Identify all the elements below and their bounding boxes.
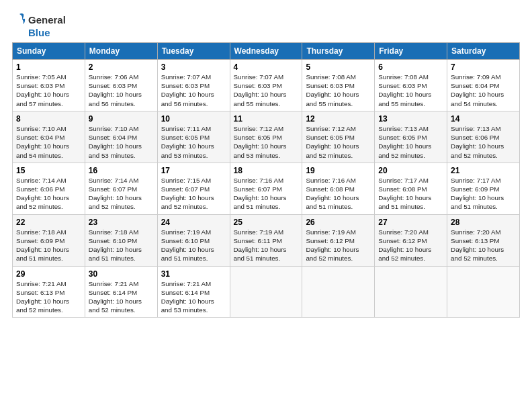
calendar-cell: 15 Sunrise: 7:14 AMSunset: 6:06 PMDaylig… xyxy=(13,163,85,214)
calendar-week-row: 15 Sunrise: 7:14 AMSunset: 6:06 PMDaylig… xyxy=(13,163,520,214)
calendar-cell: 28 Sunrise: 7:20 AMSunset: 6:13 PMDaylig… xyxy=(447,214,520,266)
day-number: 10 xyxy=(161,114,226,124)
day-number: 2 xyxy=(89,62,154,72)
calendar-cell: 29 Sunrise: 7:21 AMSunset: 6:13 PMDaylig… xyxy=(13,266,85,318)
logo-general: General xyxy=(28,14,66,26)
logo: General Blue xyxy=(12,12,66,38)
day-detail: Sunrise: 7:20 AMSunset: 6:12 PMDaylight:… xyxy=(378,228,431,263)
day-number: 15 xyxy=(16,166,81,175)
day-detail: Sunrise: 7:19 AMSunset: 6:12 PMDaylight:… xyxy=(306,228,359,263)
day-number: 31 xyxy=(161,269,226,279)
calendar-cell xyxy=(447,266,520,318)
calendar-cell: 12 Sunrise: 7:12 AMSunset: 6:05 PMDaylig… xyxy=(302,111,375,163)
calendar-day-header: Sunday xyxy=(13,43,85,60)
day-number: 6 xyxy=(378,62,443,72)
calendar-cell: 17 Sunrise: 7:15 AMSunset: 6:07 PMDaylig… xyxy=(157,163,230,214)
day-number: 29 xyxy=(16,269,81,279)
calendar-cell: 6 Sunrise: 7:08 AMSunset: 6:03 PMDayligh… xyxy=(375,60,447,111)
calendar-cell: 3 Sunrise: 7:07 AMSunset: 6:03 PMDayligh… xyxy=(157,60,230,111)
day-number: 26 xyxy=(306,218,371,227)
calendar-day-header: Monday xyxy=(85,43,157,60)
header: General Blue xyxy=(12,12,520,38)
calendar-table: SundayMondayTuesdayWednesdayThursdayFrid… xyxy=(12,42,520,318)
day-number: 23 xyxy=(89,218,154,227)
day-number: 21 xyxy=(451,166,516,175)
day-detail: Sunrise: 7:19 AMSunset: 6:11 PMDaylight:… xyxy=(234,228,287,263)
calendar-cell: 19 Sunrise: 7:16 AMSunset: 6:08 PMDaylig… xyxy=(302,163,375,214)
calendar-header-row: SundayMondayTuesdayWednesdayThursdayFrid… xyxy=(13,43,520,60)
day-number: 5 xyxy=(306,62,371,72)
day-number: 4 xyxy=(234,62,299,72)
calendar-cell: 4 Sunrise: 7:07 AMSunset: 6:03 PMDayligh… xyxy=(230,60,302,111)
calendar-cell: 11 Sunrise: 7:12 AMSunset: 6:05 PMDaylig… xyxy=(230,111,302,163)
calendar-day-header: Friday xyxy=(375,43,447,60)
day-detail: Sunrise: 7:21 AMSunset: 6:14 PMDaylight:… xyxy=(161,280,214,314)
day-detail: Sunrise: 7:18 AMSunset: 6:10 PMDaylight:… xyxy=(89,228,142,263)
day-detail: Sunrise: 7:14 AMSunset: 6:06 PMDaylight:… xyxy=(16,177,69,211)
calendar-cell: 8 Sunrise: 7:10 AMSunset: 6:04 PMDayligh… xyxy=(13,111,85,163)
calendar-cell: 7 Sunrise: 7:09 AMSunset: 6:04 PMDayligh… xyxy=(447,60,520,111)
day-detail: Sunrise: 7:08 AMSunset: 6:03 PMDaylight:… xyxy=(306,73,359,107)
day-detail: Sunrise: 7:07 AMSunset: 6:03 PMDaylight:… xyxy=(234,73,287,107)
day-number: 17 xyxy=(161,166,226,175)
page-container: General Blue SundayMondayTuesdayWednesda… xyxy=(0,0,532,324)
day-detail: Sunrise: 7:17 AMSunset: 6:08 PMDaylight:… xyxy=(378,177,431,211)
day-number: 27 xyxy=(378,218,443,227)
calendar-cell: 5 Sunrise: 7:08 AMSunset: 6:03 PMDayligh… xyxy=(302,60,375,111)
day-number: 20 xyxy=(378,166,443,175)
day-detail: Sunrise: 7:17 AMSunset: 6:09 PMDaylight:… xyxy=(451,177,504,211)
calendar-cell: 24 Sunrise: 7:19 AMSunset: 6:10 PMDaylig… xyxy=(157,214,230,266)
day-number: 9 xyxy=(89,114,154,124)
calendar-day-header: Tuesday xyxy=(157,43,230,60)
day-detail: Sunrise: 7:11 AMSunset: 6:05 PMDaylight:… xyxy=(161,125,214,159)
calendar-cell xyxy=(230,266,302,318)
calendar-cell: 14 Sunrise: 7:13 AMSunset: 6:06 PMDaylig… xyxy=(447,111,520,163)
day-detail: Sunrise: 7:07 AMSunset: 6:03 PMDaylight:… xyxy=(161,73,214,107)
logo-blue: Blue xyxy=(28,27,50,38)
calendar-cell: 23 Sunrise: 7:18 AMSunset: 6:10 PMDaylig… xyxy=(85,214,157,266)
day-number: 8 xyxy=(16,114,81,124)
day-detail: Sunrise: 7:16 AMSunset: 6:07 PMDaylight:… xyxy=(234,177,287,211)
calendar-cell: 25 Sunrise: 7:19 AMSunset: 6:11 PMDaylig… xyxy=(230,214,302,266)
calendar-week-row: 22 Sunrise: 7:18 AMSunset: 6:09 PMDaylig… xyxy=(13,214,520,266)
day-number: 28 xyxy=(451,218,516,227)
day-number: 24 xyxy=(161,218,226,227)
day-number: 25 xyxy=(234,218,299,227)
calendar-cell xyxy=(375,266,447,318)
day-number: 13 xyxy=(378,114,443,124)
day-detail: Sunrise: 7:14 AMSunset: 6:07 PMDaylight:… xyxy=(89,177,142,211)
calendar-cell: 9 Sunrise: 7:10 AMSunset: 6:04 PMDayligh… xyxy=(85,111,157,163)
day-detail: Sunrise: 7:16 AMSunset: 6:08 PMDaylight:… xyxy=(306,177,359,211)
day-detail: Sunrise: 7:10 AMSunset: 6:04 PMDaylight:… xyxy=(89,125,142,159)
calendar-cell: 26 Sunrise: 7:19 AMSunset: 6:12 PMDaylig… xyxy=(302,214,375,266)
calendar-cell: 18 Sunrise: 7:16 AMSunset: 6:07 PMDaylig… xyxy=(230,163,302,214)
calendar-cell: 10 Sunrise: 7:11 AMSunset: 6:05 PMDaylig… xyxy=(157,111,230,163)
calendar-cell: 30 Sunrise: 7:21 AMSunset: 6:14 PMDaylig… xyxy=(85,266,157,318)
day-number: 3 xyxy=(161,62,226,72)
calendar-day-header: Wednesday xyxy=(230,43,302,60)
day-detail: Sunrise: 7:08 AMSunset: 6:03 PMDaylight:… xyxy=(378,73,431,107)
calendar-cell: 31 Sunrise: 7:21 AMSunset: 6:14 PMDaylig… xyxy=(157,266,230,318)
day-number: 18 xyxy=(234,166,299,175)
day-number: 22 xyxy=(16,218,81,227)
day-number: 7 xyxy=(451,62,516,72)
calendar-week-row: 1 Sunrise: 7:05 AMSunset: 6:03 PMDayligh… xyxy=(13,60,520,111)
calendar-cell: 27 Sunrise: 7:20 AMSunset: 6:12 PMDaylig… xyxy=(375,214,447,266)
day-number: 19 xyxy=(306,166,371,175)
calendar-week-row: 29 Sunrise: 7:21 AMSunset: 6:13 PMDaylig… xyxy=(13,266,520,318)
day-detail: Sunrise: 7:12 AMSunset: 6:05 PMDaylight:… xyxy=(306,125,359,159)
logo-text: General Blue xyxy=(12,12,66,38)
calendar-cell: 20 Sunrise: 7:17 AMSunset: 6:08 PMDaylig… xyxy=(375,163,447,214)
day-number: 11 xyxy=(234,114,299,124)
calendar-cell: 2 Sunrise: 7:06 AMSunset: 6:03 PMDayligh… xyxy=(85,60,157,111)
calendar-cell: 13 Sunrise: 7:13 AMSunset: 6:05 PMDaylig… xyxy=(375,111,447,163)
calendar-cell: 22 Sunrise: 7:18 AMSunset: 6:09 PMDaylig… xyxy=(13,214,85,266)
calendar-cell: 21 Sunrise: 7:17 AMSunset: 6:09 PMDaylig… xyxy=(447,163,520,214)
day-detail: Sunrise: 7:18 AMSunset: 6:09 PMDaylight:… xyxy=(16,228,69,263)
day-detail: Sunrise: 7:21 AMSunset: 6:13 PMDaylight:… xyxy=(16,280,69,314)
calendar-cell: 16 Sunrise: 7:14 AMSunset: 6:07 PMDaylig… xyxy=(85,163,157,214)
day-number: 12 xyxy=(306,114,371,124)
day-number: 16 xyxy=(89,166,154,175)
day-detail: Sunrise: 7:13 AMSunset: 6:06 PMDaylight:… xyxy=(451,125,504,159)
calendar-cell: 1 Sunrise: 7:05 AMSunset: 6:03 PMDayligh… xyxy=(13,60,85,111)
